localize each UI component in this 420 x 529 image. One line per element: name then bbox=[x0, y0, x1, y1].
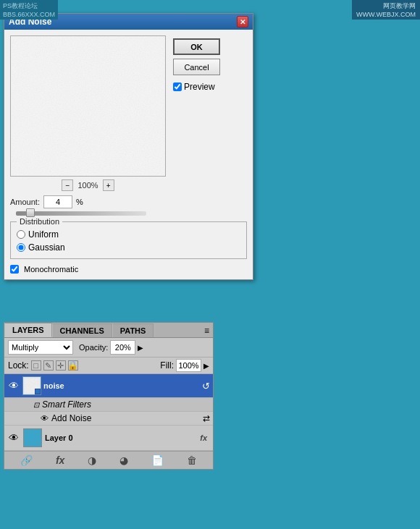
opacity-arrow[interactable]: ▶ bbox=[138, 344, 143, 352]
layer-effects-icon[interactable]: fx bbox=[56, 454, 64, 466]
preview-check-row: Preview bbox=[173, 82, 220, 92]
preview-label: Preview bbox=[184, 82, 215, 92]
blend-mode-select[interactable]: Multiply bbox=[8, 340, 73, 355]
zoom-out-button[interactable]: − bbox=[62, 179, 73, 191]
ok-button[interactable]: OK bbox=[173, 38, 220, 55]
layer0-name: Layer 0 bbox=[45, 433, 200, 442]
add-mask-icon[interactable]: ◑ bbox=[88, 454, 96, 466]
new-adjustment-icon[interactable]: ◕ bbox=[119, 454, 128, 466]
fill-row: Fill: ▶ bbox=[160, 359, 209, 372]
distribution-legend: Distribution bbox=[17, 217, 62, 226]
add-noise-filter-row: 👁 Add Noise ⇄ bbox=[4, 412, 213, 426]
preview-container: − 100% + OK Cancel Preview bbox=[10, 35, 247, 191]
tab-layers[interactable]: LAYERS bbox=[4, 323, 52, 337]
add-noise-filter-label: Add Noise bbox=[51, 413, 91, 423]
amount-label: Amount: bbox=[10, 198, 40, 206]
add-noise-filter-icon[interactable]: ⇄ bbox=[203, 413, 210, 423]
add-noise-dialog: Add Noise ✕ bbox=[4, 13, 253, 280]
smart-filters-label: Smart Filters bbox=[42, 399, 91, 410]
amount-unit: % bbox=[76, 198, 83, 206]
panel-menu-button[interactable]: ≡ bbox=[201, 324, 213, 337]
link-layers-icon[interactable]: 🔗 bbox=[20, 454, 33, 466]
uniform-radio-row: Uniform bbox=[17, 229, 240, 240]
distribution-group: Distribution Uniform Gaussian bbox=[10, 221, 247, 259]
delete-layer-icon[interactable]: 🗑 bbox=[187, 454, 197, 466]
fill-label: Fill: bbox=[160, 360, 174, 371]
amount-input[interactable]: 4 bbox=[43, 195, 72, 208]
opacity-input[interactable] bbox=[110, 340, 135, 355]
layers-tabs: LAYERS CHANNELS PATHS ≡ bbox=[4, 323, 213, 338]
fill-arrow[interactable]: ▶ bbox=[203, 362, 209, 370]
add-noise-eye[interactable]: 👁 bbox=[41, 414, 49, 423]
lock-image-icon[interactable]: ✎ bbox=[43, 360, 54, 371]
amount-slider-thumb[interactable] bbox=[26, 208, 35, 217]
layers-content: 👁 noise ↺ ⊡ Smart Filters 👁 bbox=[4, 374, 213, 451]
layer0-visibility[interactable]: 👁 bbox=[7, 432, 20, 444]
layers-toolbar: Multiply Opacity: ▶ bbox=[4, 338, 213, 357]
lock-all-icon[interactable]: 🔒 bbox=[68, 360, 78, 371]
monochromatic-row: Monochromatic bbox=[10, 265, 247, 274]
noise-layer-name: noise bbox=[43, 381, 202, 390]
layer0-thumbnail bbox=[23, 428, 42, 447]
fill-input[interactable] bbox=[176, 359, 201, 372]
uniform-label: Uniform bbox=[28, 229, 59, 240]
uniform-radio[interactable] bbox=[17, 230, 25, 239]
layer-row-noise[interactable]: 👁 noise ↺ bbox=[4, 374, 213, 398]
gaussian-radio-row: Gaussian bbox=[17, 242, 240, 253]
cancel-button[interactable]: Cancel bbox=[173, 59, 220, 75]
preview-checkbox[interactable] bbox=[173, 82, 182, 91]
opacity-row: Opacity: ▶ bbox=[79, 340, 143, 355]
opacity-label: Opacity: bbox=[79, 343, 108, 352]
lock-position-icon[interactable]: ✛ bbox=[56, 360, 66, 371]
new-layer-icon[interactable]: 📄 bbox=[151, 454, 164, 466]
lock-row: Lock: □ ✎ ✛ 🔒 Fill: ▶ bbox=[4, 357, 213, 374]
dialog-actions: OK Cancel Preview bbox=[173, 35, 220, 92]
gaussian-label: Gaussian bbox=[28, 242, 65, 253]
layer0-fx-icon[interactable]: fx bbox=[200, 433, 207, 442]
zoom-level: 100% bbox=[77, 181, 98, 190]
watermark-tl: PS教程论坛BBS.66XXX.COM bbox=[0, 0, 58, 20]
noise-layer-visibility[interactable]: 👁 bbox=[7, 380, 20, 392]
lock-label: Lock: bbox=[8, 360, 29, 371]
amount-slider-track[interactable] bbox=[16, 211, 146, 216]
zoom-in-button[interactable]: + bbox=[103, 179, 114, 191]
monochromatic-checkbox[interactable] bbox=[10, 265, 19, 274]
watermark-tr: 网页教学网WWW.WEBJX.COM bbox=[352, 0, 420, 20]
monochromatic-label: Monochromatic bbox=[24, 265, 78, 274]
lock-transparent-icon[interactable]: □ bbox=[31, 360, 41, 371]
noise-layer-refresh-icon[interactable]: ↺ bbox=[202, 381, 210, 392]
gaussian-radio[interactable] bbox=[17, 243, 25, 252]
dialog-body: − 100% + OK Cancel Preview Amount: 4 % bbox=[4, 30, 253, 279]
svg-rect-1 bbox=[11, 36, 165, 176]
slider-row bbox=[16, 211, 247, 216]
layer-row-layer0[interactable]: 👁 Layer 0 fx bbox=[4, 426, 213, 451]
preview-box bbox=[10, 35, 166, 177]
layers-footer: 🔗 fx ◑ ◕ 📄 🗑 bbox=[4, 451, 213, 469]
preview-controls: − 100% + bbox=[62, 179, 114, 191]
layers-panel: LAYERS CHANNELS PATHS ≡ Multiply Opacity… bbox=[4, 322, 214, 470]
smart-filters-row: ⊡ Smart Filters bbox=[4, 398, 213, 412]
dialog-close-button[interactable]: ✕ bbox=[237, 16, 248, 27]
smart-filter-icon: ⊡ bbox=[33, 401, 39, 409]
tab-channels[interactable]: CHANNELS bbox=[52, 323, 112, 337]
amount-row: Amount: 4 % bbox=[10, 195, 247, 208]
tab-paths[interactable]: PATHS bbox=[112, 323, 154, 337]
